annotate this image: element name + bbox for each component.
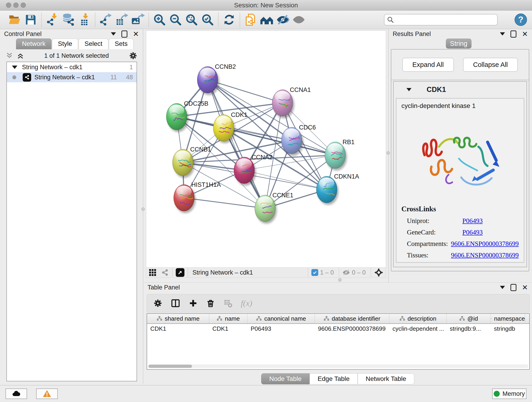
delete-column-button[interactable] (206, 299, 215, 308)
tab-string[interactable]: String (446, 38, 472, 49)
horizontal-scrollbar[interactable] (148, 364, 528, 368)
cloud-status-button[interactable] (6, 389, 27, 399)
section-caret-icon[interactable] (406, 88, 412, 91)
show-selection-button[interactable] (292, 13, 306, 27)
panel-menu-icon[interactable] (500, 286, 505, 289)
network-node-CDC6[interactable] (281, 127, 302, 154)
show-columns-button[interactable] (171, 298, 180, 308)
toolbar-separator (240, 13, 240, 27)
detach-view-button[interactable] (176, 268, 184, 277)
crosslinks-title: CrossLinks (401, 205, 519, 213)
import-network-database-button[interactable] (61, 13, 75, 27)
column-header-name[interactable]: name (209, 314, 247, 323)
expand-all-icon[interactable] (17, 52, 24, 60)
add-column-button[interactable] (189, 299, 198, 308)
memory-label: Memory (502, 390, 525, 397)
show-grid-icon[interactable] (148, 268, 157, 277)
save-session-button[interactable] (24, 13, 38, 27)
network-node-RB1[interactable] (325, 142, 346, 168)
collection-caret-icon[interactable] (12, 65, 17, 69)
network-node-CDC25B[interactable] (166, 103, 187, 130)
panel-menu-icon[interactable] (500, 32, 505, 36)
compartments-link[interactable]: 9606.ENSP00000378699 (451, 240, 519, 248)
memory-button[interactable]: Memory (492, 389, 526, 399)
column-header-namespace[interactable]: namespace (491, 314, 525, 323)
zoom-selected-button[interactable] (201, 13, 215, 27)
network-collection-row[interactable]: String Network – cdk1 1 (7, 62, 137, 72)
zoom-in-button[interactable] (152, 13, 166, 27)
warnings-button[interactable] (36, 389, 58, 399)
column-header-id[interactable]: @id (447, 314, 491, 323)
tab-node-table[interactable]: Node Table (261, 373, 310, 384)
network-node-CDK1[interactable] (213, 115, 234, 141)
function-builder-button[interactable]: f(x) (241, 298, 252, 308)
export-table-button[interactable] (115, 13, 129, 27)
hidden-eye-slash-icon[interactable] (342, 269, 350, 276)
hide-selection-button[interactable] (276, 13, 290, 27)
apply-layout-button[interactable] (222, 13, 236, 27)
tab-network-table[interactable]: Network Table (358, 373, 414, 384)
column-header-database-identifier[interactable]: database identifier (315, 314, 389, 323)
float-panel-icon[interactable] (510, 31, 516, 38)
scrollbar-thumb[interactable] (148, 365, 192, 368)
close-panel-icon[interactable]: ✕ (522, 284, 528, 291)
current-network-name: String Network – cdk1 (192, 269, 253, 276)
close-panel-icon[interactable]: ✕ (133, 31, 139, 38)
left-splitter-handle[interactable] (141, 207, 145, 211)
column-header-canonical-name[interactable]: canonical name (247, 314, 315, 323)
zoom-fit-icon (185, 13, 198, 26)
import-table-button[interactable] (77, 13, 91, 27)
tab-select[interactable]: Select (79, 38, 108, 49)
table-settings-button[interactable] (153, 299, 162, 308)
node-detail-content: cyclin-dependent kinase 1 (396, 98, 524, 263)
delete-table-button[interactable] (223, 299, 233, 308)
table-row[interactable]: CDK1 CDK1 P06493 9606.ENSP00000378699 cy… (147, 324, 529, 333)
column-header-description[interactable]: description (389, 314, 447, 323)
open-session-button[interactable] (8, 13, 22, 27)
bottom-splitter-handle[interactable] (338, 278, 342, 282)
selected-count-checkbox[interactable] (311, 269, 318, 276)
first-neighbors-button[interactable] (260, 13, 273, 27)
close-panel-icon[interactable]: ✕ (522, 31, 528, 38)
column-header-shared-name[interactable]: shared name (147, 314, 209, 323)
tab-sets[interactable]: Sets (109, 38, 133, 49)
network-node-CCNB2[interactable] (197, 66, 218, 93)
network-node-CCNA1[interactable] (272, 89, 293, 116)
export-network-button[interactable] (99, 13, 113, 27)
crosslink-row: Uniprot: P06493 (401, 217, 519, 225)
right-splitter-handle[interactable] (386, 151, 390, 155)
collapse-all-button[interactable]: Collapse All (463, 58, 518, 72)
network-row[interactable]: String Network – cdk1 11 48 (7, 72, 137, 82)
tab-edge-table[interactable]: Edge Table (310, 373, 358, 384)
tab-style[interactable]: Style (52, 38, 78, 49)
network-canvas[interactable]: CCNB2CCNA1CDC25BCDK1CDC6RB1CCNB1CCNA2CDK… (146, 31, 386, 268)
import-network-file-button[interactable] (45, 13, 59, 27)
network-node-CDKN1A[interactable] (317, 176, 337, 203)
network-node-CCNE1[interactable] (255, 195, 275, 222)
zoom-out-button[interactable] (169, 13, 182, 27)
zoom-fit-button[interactable] (185, 13, 198, 27)
float-panel-icon[interactable] (121, 31, 127, 38)
export-image-button[interactable] (131, 13, 145, 27)
network-node-CCNA2[interactable] (234, 157, 254, 184)
help-button[interactable]: ? (515, 13, 527, 26)
genecard-link[interactable]: P06493 (462, 229, 483, 236)
column-type-icon (216, 316, 222, 322)
toolbar-separator (148, 13, 149, 27)
panel-menu-icon[interactable] (111, 32, 116, 36)
network-type-icon[interactable] (161, 268, 169, 277)
gear-icon[interactable] (129, 51, 138, 60)
copy-network-button[interactable] (244, 13, 258, 27)
pan-crosshair-icon[interactable] (374, 268, 383, 277)
network-node-CCNB1[interactable] (172, 149, 193, 176)
tab-network[interactable]: Network (16, 38, 51, 49)
network-view-toolbar: String Network – cdk1 1 – 0 0 – 0 (146, 267, 386, 278)
eye-icon (292, 13, 305, 26)
expand-all-button[interactable]: Expand All (402, 58, 454, 72)
tissues-link[interactable]: 9606.ENSP00000378699 (451, 251, 519, 259)
collapse-all-icon[interactable] (6, 52, 13, 60)
uniprot-link[interactable]: P06493 (462, 217, 483, 225)
search-input[interactable] (384, 14, 498, 26)
network-node-HIST1H1A[interactable] (174, 185, 194, 211)
float-panel-icon[interactable] (510, 284, 516, 291)
